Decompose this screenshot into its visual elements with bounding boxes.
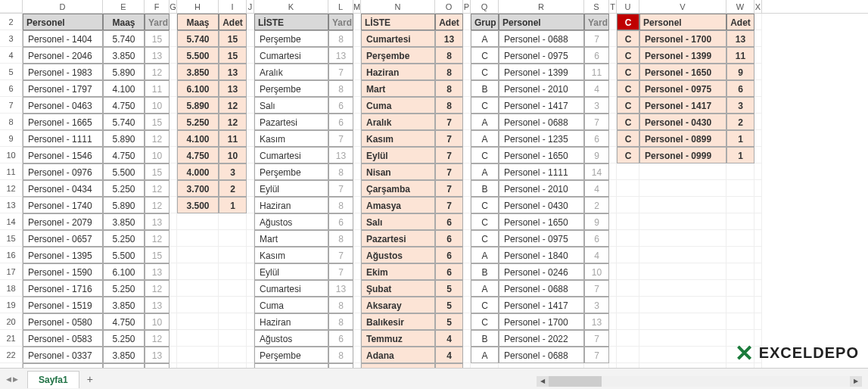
cell[interactable] bbox=[754, 313, 762, 330]
cell[interactable] bbox=[247, 14, 254, 30]
cell[interactable] bbox=[353, 30, 361, 47]
cell[interactable] bbox=[754, 147, 762, 163]
hdr-yard3[interactable]: Yard bbox=[584, 14, 609, 30]
t3-liste[interactable]: Perşembe bbox=[254, 80, 328, 97]
col-header-N[interactable]: N bbox=[361, 0, 435, 13]
cell[interactable] bbox=[609, 213, 617, 230]
cell[interactable] bbox=[247, 313, 254, 330]
cell[interactable] bbox=[754, 297, 762, 313]
t6-adet[interactable] bbox=[726, 197, 754, 213]
t1-yard[interactable]: 10 bbox=[145, 97, 170, 114]
cell[interactable] bbox=[247, 280, 254, 297]
t5-yard[interactable]: 7 bbox=[584, 30, 609, 47]
t1-personel[interactable]: Personel - 2079 bbox=[23, 213, 103, 230]
t6-personel[interactable]: Personel - 0999 bbox=[639, 147, 726, 163]
row-header[interactable]: 19 bbox=[0, 297, 23, 313]
t3-yard[interactable]: 8 bbox=[328, 80, 353, 97]
cell[interactable] bbox=[353, 14, 361, 30]
cell[interactable] bbox=[463, 147, 471, 163]
t5-grup[interactable]: B bbox=[471, 263, 499, 280]
t6-personel[interactable] bbox=[639, 247, 726, 263]
col-header-P[interactable]: P bbox=[463, 0, 471, 13]
t4-adet[interactable]: 4 bbox=[435, 347, 463, 363]
t3-yard[interactable]: 6 bbox=[328, 114, 353, 130]
t4-liste[interactable]: Pazartesi bbox=[361, 230, 435, 247]
t3-yard[interactable]: 8 bbox=[328, 347, 353, 363]
t2-adet[interactable]: 12 bbox=[219, 114, 247, 130]
t6-adet[interactable] bbox=[726, 263, 754, 280]
cell[interactable] bbox=[609, 347, 617, 363]
t6-adet[interactable] bbox=[726, 230, 754, 247]
cell[interactable] bbox=[754, 130, 762, 147]
t4-adet[interactable]: 7 bbox=[435, 180, 463, 197]
t1-maas[interactable]: 3.850 bbox=[103, 347, 145, 363]
t1-yard[interactable]: 13 bbox=[145, 297, 170, 313]
cell[interactable] bbox=[609, 313, 617, 330]
cell[interactable] bbox=[463, 47, 471, 64]
t2-adet[interactable]: 13 bbox=[219, 80, 247, 97]
t4-adet[interactable]: 5 bbox=[435, 297, 463, 313]
t5-yard[interactable]: 7 bbox=[584, 114, 609, 130]
t1-yard[interactable]: 12 bbox=[145, 280, 170, 297]
t6-adet[interactable]: 6 bbox=[726, 80, 754, 97]
t3-yard[interactable]: 6 bbox=[328, 97, 353, 114]
cell[interactable] bbox=[247, 297, 254, 313]
t5-yard[interactable]: 13 bbox=[584, 313, 609, 330]
t6-adet[interactable]: 9 bbox=[726, 64, 754, 80]
t3-yard[interactable]: 13 bbox=[328, 147, 353, 163]
t6-adet[interactable] bbox=[726, 313, 754, 330]
t2-adet[interactable]: 15 bbox=[219, 47, 247, 64]
t4-liste[interactable]: Çarşamba bbox=[361, 180, 435, 197]
t4-adet[interactable]: 6 bbox=[435, 230, 463, 247]
t5-yard[interactable]: 9 bbox=[584, 213, 609, 230]
col-header-M[interactable]: M bbox=[353, 0, 361, 13]
t1-maas[interactable]: 3.850 bbox=[103, 213, 145, 230]
row-header[interactable]: 6 bbox=[0, 80, 23, 97]
cell[interactable] bbox=[353, 247, 361, 263]
cell[interactable] bbox=[463, 297, 471, 313]
hdr-adet3[interactable]: Adet bbox=[726, 14, 754, 30]
t3-liste[interactable]: Kasım bbox=[254, 130, 328, 147]
t4-liste[interactable]: Mart bbox=[361, 80, 435, 97]
t3-liste[interactable]: Ağustos bbox=[254, 330, 328, 347]
t5-personel[interactable]: Personel - 0975 bbox=[499, 47, 584, 64]
cell[interactable] bbox=[247, 230, 254, 247]
scroll-track[interactable] bbox=[549, 376, 850, 387]
cell[interactable] bbox=[609, 114, 617, 130]
t5-yard[interactable]: 4 bbox=[584, 247, 609, 263]
t2-adet[interactable] bbox=[219, 213, 247, 230]
t1-yard[interactable]: 13 bbox=[145, 47, 170, 64]
t3-liste[interactable]: Cumartesi bbox=[254, 280, 328, 297]
t1-personel[interactable]: Personel - 0580 bbox=[23, 313, 103, 330]
t6-personel[interactable] bbox=[639, 163, 726, 180]
tab-nav-next-icon[interactable]: ▶ bbox=[13, 375, 18, 383]
t5-yard[interactable]: 6 bbox=[584, 130, 609, 147]
t4-liste[interactable]: Haziran bbox=[361, 64, 435, 80]
t5-personel[interactable]: Personel - 2022 bbox=[499, 330, 584, 347]
t3-yard[interactable]: 7 bbox=[328, 180, 353, 197]
cell[interactable] bbox=[463, 197, 471, 213]
t5-grup[interactable]: C bbox=[471, 47, 499, 64]
t1-maas[interactable]: 5.740 bbox=[103, 30, 145, 47]
t1-yard[interactable]: 12 bbox=[145, 197, 170, 213]
col-header-F[interactable]: F bbox=[145, 0, 170, 13]
t3-yard[interactable]: 7 bbox=[328, 64, 353, 80]
cell[interactable] bbox=[754, 114, 762, 130]
t1-yard[interactable]: 12 bbox=[145, 180, 170, 197]
grid-body[interactable]: 2PersonelMaaşYardMaaşAdetLİSTEYardLİSTEA… bbox=[0, 14, 868, 368]
t6-c[interactable] bbox=[617, 263, 639, 280]
cell[interactable] bbox=[754, 80, 762, 97]
t6-c[interactable]: C bbox=[617, 97, 639, 114]
t6-c[interactable]: C bbox=[617, 147, 639, 163]
t5-yard[interactable]: 6 bbox=[584, 47, 609, 64]
t3-yard[interactable]: 6 bbox=[328, 213, 353, 230]
t4-liste[interactable]: Cuma bbox=[361, 97, 435, 114]
t5-grup[interactable]: C bbox=[471, 64, 499, 80]
t1-yard[interactable]: 12 bbox=[145, 64, 170, 80]
cell[interactable] bbox=[170, 280, 177, 297]
t6-c[interactable] bbox=[617, 297, 639, 313]
cell[interactable] bbox=[170, 330, 177, 347]
t5-personel[interactable]: Personel - 0688 bbox=[499, 347, 584, 363]
col-header-L[interactable]: L bbox=[328, 0, 353, 13]
hdr-yard2[interactable]: Yard bbox=[328, 14, 353, 30]
